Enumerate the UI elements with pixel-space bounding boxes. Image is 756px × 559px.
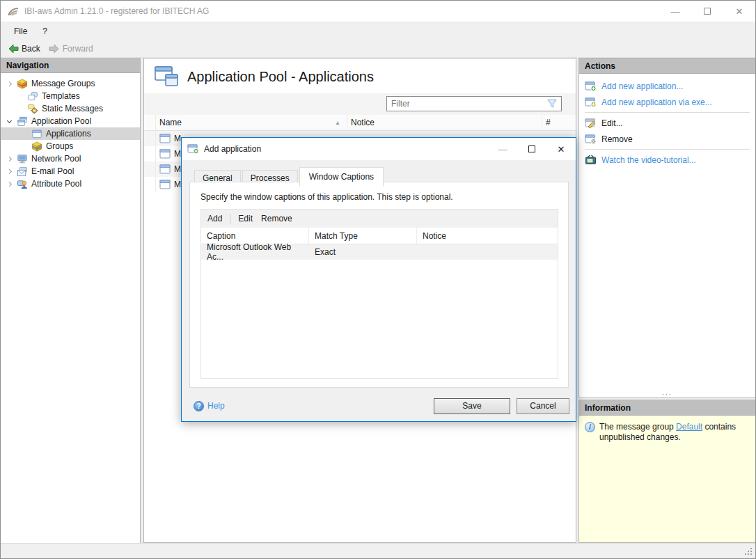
captions-toolbar: Add Edit Remove	[201, 210, 558, 228]
network-pool-icon	[17, 154, 28, 164]
add-application-dialog: Add application — ✕ General Processes Wi…	[181, 137, 576, 422]
row-name: M	[174, 134, 181, 143]
status-bar	[1, 543, 755, 558]
default-message-group-link[interactable]: Default	[676, 422, 702, 432]
help-link[interactable]: ? Help	[194, 401, 225, 411]
row-name: M	[174, 164, 181, 174]
action-edit[interactable]: Edit...	[583, 115, 751, 131]
message-groups-icon	[17, 79, 28, 89]
page-header: Application Pool - Applications	[144, 58, 576, 93]
dialog-maximize-button[interactable]	[517, 138, 546, 160]
static-messages-icon	[27, 104, 38, 114]
filter-input[interactable]	[387, 99, 546, 109]
navigation-toolbar: Back Forward	[1, 40, 755, 58]
edit-caption-button[interactable]: Edit	[238, 214, 253, 223]
caption-cell: Microsoft Outlook Web Ac...	[201, 242, 309, 262]
column-header-caption[interactable]: Caption	[201, 228, 309, 244]
column-header-match-type[interactable]: Match Type	[309, 228, 417, 244]
menu-file[interactable]: File	[6, 24, 35, 39]
menu-help[interactable]: ?	[35, 24, 55, 39]
separator	[585, 112, 750, 113]
sidebar-item-label: Application Pool	[31, 116, 91, 126]
action-label: Edit...	[601, 118, 623, 128]
column-label: #	[546, 118, 551, 127]
application-window-icon	[159, 149, 171, 159]
maximize-button[interactable]	[691, 1, 723, 22]
app-logo-icon	[7, 6, 19, 17]
chevron-right-icon[interactable]	[7, 181, 12, 186]
edit-icon	[585, 118, 597, 128]
help-label: Help	[207, 401, 225, 411]
column-header-count[interactable]: #	[542, 115, 576, 130]
minimize-button[interactable]: —	[659, 1, 691, 22]
chevron-right-icon[interactable]	[7, 156, 12, 161]
navigation-header: Navigation	[1, 58, 140, 73]
column-header-notice[interactable]: Notice	[347, 115, 542, 130]
window-controls: — ✕	[659, 1, 755, 22]
cancel-button[interactable]: Cancel	[517, 398, 569, 414]
groups-icon	[31, 141, 42, 152]
chevron-right-icon[interactable]	[7, 168, 12, 173]
captions-list: Add Edit Remove Caption Match Type Notic…	[200, 209, 558, 379]
panel-splitter-handle[interactable]: ...	[578, 390, 756, 395]
action-add-new-application[interactable]: Add new application...	[583, 78, 751, 94]
dialog-footer: ? Help Save Cancel	[182, 391, 576, 421]
chevron-down-icon[interactable]	[7, 118, 12, 123]
sidebar-item-message-groups[interactable]: Message Groups	[1, 77, 140, 90]
action-label: Remove	[601, 134, 633, 144]
resize-grip[interactable]	[745, 548, 753, 556]
actions-header: Actions	[579, 58, 755, 74]
dialog-minimize-button[interactable]: —	[488, 138, 517, 160]
sidebar-item-label: Templates	[42, 91, 80, 101]
sidebar-item-email-pool[interactable]: E-mail Pool	[1, 165, 140, 178]
row-name: M	[174, 149, 181, 159]
applications-icon	[31, 129, 42, 139]
action-add-new-application-via-exe[interactable]: Add new application via exe...	[583, 94, 751, 110]
application-window-icon	[159, 134, 171, 143]
back-arrow-icon	[8, 44, 19, 54]
sidebar-item-network-pool[interactable]: Network Pool	[1, 152, 140, 165]
templates-icon	[27, 91, 38, 102]
email-pool-icon	[17, 166, 28, 177]
filter-box	[386, 96, 562, 111]
window-captions-tab-panel: Specify the window captions of this appl…	[189, 182, 569, 388]
sidebar-item-templates[interactable]: Templates	[1, 90, 140, 102]
sidebar-item-static-messages[interactable]: Static Messages	[1, 102, 140, 115]
caption-row[interactable]: Microsoft Outlook Web Ac... Exact	[201, 244, 558, 260]
tab-window-captions[interactable]: Window Captions	[299, 167, 384, 187]
remove-caption-button[interactable]: Remove	[261, 214, 292, 223]
table-header-row: Name ▲ Notice #	[144, 115, 576, 131]
sidebar-item-label: E-mail Pool	[31, 166, 74, 176]
close-button[interactable]: ✕	[723, 1, 755, 22]
forward-button[interactable]: Forward	[45, 42, 97, 55]
sidebar-item-applications[interactable]: Applications	[1, 127, 140, 140]
match-type-cell: Exact	[309, 247, 417, 257]
column-header-name[interactable]: Name ▲	[156, 115, 347, 130]
maximize-icon	[528, 145, 535, 152]
chevron-right-icon[interactable]	[7, 81, 12, 86]
add-caption-button[interactable]: Add	[207, 214, 222, 223]
save-button[interactable]: Save	[434, 398, 510, 414]
column-label: Caption	[207, 231, 235, 241]
action-remove[interactable]: Remove	[583, 131, 751, 147]
page-title: Application Pool - Applications	[187, 69, 374, 85]
applications-page-icon	[154, 65, 179, 88]
toolbar-divider	[230, 214, 230, 223]
action-watch-video-tutorial[interactable]: Watch the video-tutorial...	[583, 152, 751, 168]
sidebar-item-application-pool[interactable]: Application Pool	[1, 115, 140, 127]
navigation-tree: Message Groups Templates Static Messages	[1, 73, 140, 190]
application-window-icon	[159, 164, 171, 174]
help-icon: ?	[194, 401, 204, 411]
row-name: M	[174, 180, 181, 189]
dialog-close-button[interactable]: ✕	[546, 138, 576, 160]
info-icon: i	[585, 422, 595, 432]
back-button[interactable]: Back	[3, 42, 45, 55]
sidebar-item-label: Attribute Pool	[31, 179, 81, 189]
column-header-notice[interactable]: Notice	[417, 228, 558, 244]
add-application-icon	[187, 144, 199, 154]
filter-funnel-icon[interactable]	[546, 99, 558, 109]
sidebar-item-groups[interactable]: Groups	[1, 140, 140, 152]
action-label: Watch the video-tutorial...	[601, 155, 696, 165]
sidebar-item-attribute-pool[interactable]: Attribute Pool	[1, 178, 140, 190]
application-pool-icon	[17, 116, 28, 127]
